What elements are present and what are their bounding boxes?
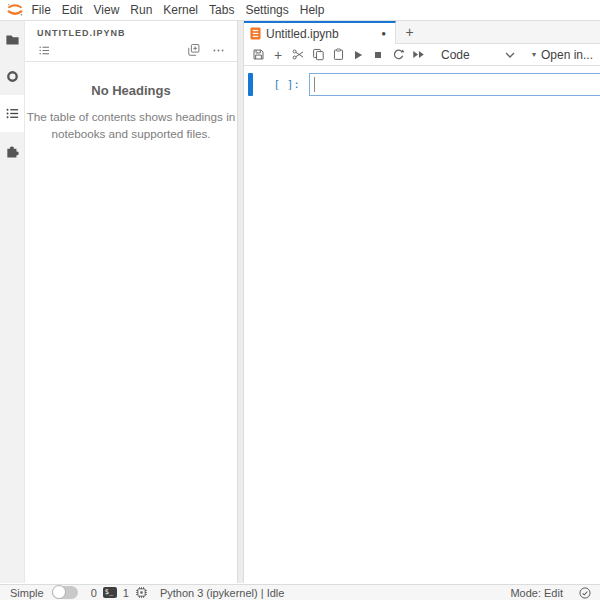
toc-outline-icon[interactable] [35,41,53,59]
restart-and-run-all-button[interactable] [408,45,428,65]
notifications-check-icon[interactable] [578,586,592,600]
toggle-knob [52,585,66,599]
menu-kernel[interactable]: Kernel [158,0,204,20]
clipboard-icon [332,48,345,61]
interrupt-kernel-button[interactable] [368,45,388,65]
notebook-content[interactable]: [ ]: [244,66,600,583]
more-options-icon[interactable] [209,41,227,59]
terminal-count[interactable]: 0 [91,587,97,599]
stop-icon [372,49,384,61]
collapse-sections-icon[interactable] [185,41,203,59]
cell-type-value: Code [441,48,470,62]
running-circle-icon [5,69,20,84]
menu-run[interactable]: Run [125,0,158,20]
cell-input-prompt: [ ]: [253,73,309,96]
empty-state-message-line2: notebooks and supported files. [25,126,237,143]
scissors-icon [292,48,305,61]
menu-edit[interactable]: Edit [56,0,88,20]
copy-cell-button[interactable] [308,45,328,65]
caret-down-icon: ▾ [532,50,536,59]
puzzle-icon [5,143,20,158]
copy-icon [312,48,325,61]
status-bar-left: Simple 0 $_ 1 Python 3 (ipykernel) | Idl… [10,586,284,599]
toc-toolbar [25,39,237,62]
jupyter-logo-icon [3,1,26,19]
toc-list-icon [5,106,20,121]
code-cell: [ ]: [248,73,600,96]
empty-state-message-line1: The table of contents shows headings in [25,109,237,126]
new-tab-button[interactable]: + [396,21,423,43]
menu-file[interactable]: File [26,0,56,20]
empty-state-title: No Headings [25,83,237,98]
paste-cell-button[interactable] [328,45,348,65]
empty-state-message: The table of contents shows headings in … [25,109,237,143]
plus-icon: + [274,48,282,62]
terminal-icon: $_ [103,587,117,598]
restart-kernel-button[interactable] [388,45,408,65]
unsaved-changes-dot-icon[interactable]: ● [381,29,389,38]
menu-help[interactable]: Help [294,0,330,20]
notebook-toolbar: + [244,44,600,66]
toc-panel: UNTITLED.IPYNB [24,21,237,583]
kernel-status[interactable]: Python 3 (ipykernel) | Idle [160,587,285,599]
folder-icon [5,32,20,47]
add-cell-button[interactable]: + [268,45,288,65]
restart-icon [392,48,405,61]
status-bar: Simple 0 $_ 1 Python 3 (ipykernel) | Idl… [0,584,600,600]
toc-empty-state: No Headings The table of contents shows … [25,62,237,143]
simple-mode-label: Simple [10,587,44,599]
tab-label: Untitled.ipynb [266,27,339,41]
tab-untitled-notebook[interactable]: Untitled.ipynb ● [244,21,396,44]
panel-title: UNTITLED.IPYNB [25,21,237,39]
jupyterlab-window: File Edit View Run Kernel Tabs Settings … [0,0,600,600]
menu-bar: File Edit View Run Kernel Tabs Settings … [0,0,600,21]
save-button[interactable] [248,45,268,65]
status-bar-right: Mode: Edit [510,586,592,600]
menu-view[interactable]: View [88,0,125,20]
menu-settings[interactable]: Settings [240,0,294,20]
text-cursor [314,77,315,92]
tab-bar: Untitled.ipynb ● + [244,21,600,44]
save-icon [252,48,265,61]
simple-mode-toggle[interactable] [52,586,78,599]
main-dock-panel: Untitled.ipynb ● + + [244,21,600,583]
sidebar-item-extensions[interactable] [0,132,24,169]
kernel-count[interactable]: 1 [123,587,129,599]
notebook-file-icon [250,27,261,40]
panel-splitter[interactable] [237,21,244,583]
cell-code-editor[interactable] [309,73,600,96]
menu-tabs[interactable]: Tabs [204,0,240,20]
sidebar-item-file-browser[interactable] [0,21,24,58]
run-cell-button[interactable] [348,45,368,65]
sidebar-item-running-kernels[interactable] [0,58,24,95]
workspace: UNTITLED.IPYNB [0,21,600,583]
run-icon [352,49,364,61]
open-in-label: Open in... [541,48,593,62]
kernel-chip-icon [135,586,148,599]
editor-mode-indicator[interactable]: Mode: Edit [510,587,563,599]
activity-sidebar [0,21,24,583]
fast-forward-icon [412,48,425,61]
chevron-down-icon [505,52,515,58]
cell-type-select[interactable]: Code [441,48,515,62]
open-in-button[interactable]: ▾ Open in... [532,48,593,62]
cut-cell-button[interactable] [288,45,308,65]
sidebar-item-table-of-contents[interactable] [0,95,24,132]
